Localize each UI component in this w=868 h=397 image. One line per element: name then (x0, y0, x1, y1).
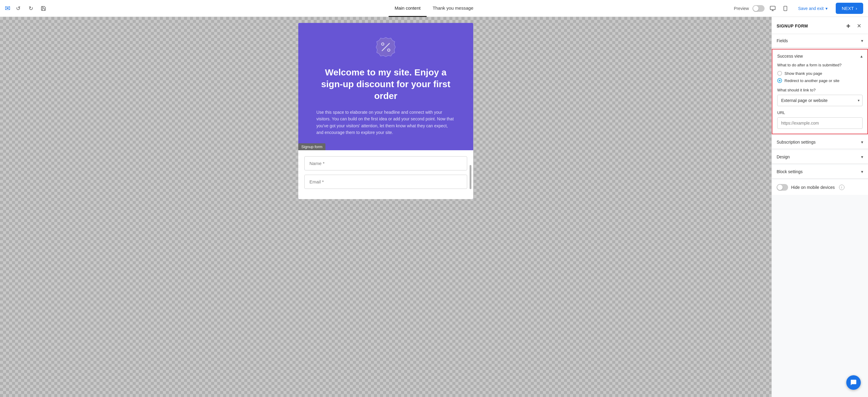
main-area: Welcome to my site. Enjoy a sign-up disc… (0, 17, 868, 397)
svg-rect-0 (770, 6, 775, 10)
redo-button[interactable]: ↻ (26, 4, 36, 13)
topbar-right: Preview Save and exit ▾ NEXT › (734, 3, 863, 14)
next-button[interactable]: NEXT › (836, 3, 863, 14)
signup-form-label: Signup form (298, 143, 326, 150)
subscription-settings-label: Subscription settings (777, 140, 815, 145)
canvas-inner: Welcome to my site. Enjoy a sign-up disc… (0, 17, 772, 397)
block-settings-header[interactable]: Block settings ▾ (772, 165, 868, 178)
success-view-body: What to do after a form is submitted? Sh… (772, 63, 867, 134)
canvas-area: Welcome to my site. Enjoy a sign-up disc… (0, 17, 772, 397)
email-field-wrapper (304, 175, 467, 189)
design-section: Design ▾ (772, 150, 868, 164)
success-view-chevron-icon: ▴ (861, 54, 863, 59)
design-label: Design (777, 154, 790, 159)
email-headline: Welcome to my site. Enjoy a sign-up disc… (316, 66, 455, 102)
chat-button[interactable] (846, 375, 861, 390)
preview-toggle[interactable] (752, 5, 765, 12)
tab-thankyou-message[interactable]: Thank you message (427, 0, 479, 17)
right-panel: SIGNUP FORM ✚ ✕ Fields ▾ Success view ▴ … (772, 17, 868, 397)
panel-close-button[interactable]: ✕ (855, 22, 863, 30)
email-block: Welcome to my site. Enjoy a sign-up disc… (298, 23, 473, 199)
name-field-wrapper (304, 156, 467, 171)
subscription-settings-section: Subscription settings ▾ (772, 135, 868, 149)
topbar-tabs: Main content Thank you message (389, 0, 479, 17)
link-type-select-wrapper: External page or website Internal page ▾ (777, 95, 863, 106)
mobile-toggle-knob (777, 185, 783, 190)
design-header[interactable]: Design ▾ (772, 150, 868, 163)
radio-redirect[interactable]: Redirect to another page or site (777, 78, 863, 83)
mobile-toggle[interactable] (777, 184, 788, 191)
radio-redirect-label: Redirect to another page or site (784, 79, 839, 83)
panel-header: SIGNUP FORM ✚ ✕ (772, 17, 868, 34)
success-view-label: Success view (777, 54, 803, 59)
email-input[interactable] (304, 175, 467, 189)
fields-label: Fields (777, 38, 788, 43)
fields-header[interactable]: Fields ▾ (772, 34, 868, 48)
desktop-device-button[interactable] (768, 4, 777, 13)
email-body-text: Use this space to elaborate on your head… (316, 109, 455, 136)
radio-group: Show thank you page Redirect to another … (777, 71, 863, 83)
fields-section: Fields ▾ (772, 34, 868, 48)
name-input[interactable] (304, 156, 467, 171)
panel-pin-button[interactable]: ✚ (844, 22, 852, 30)
next-arrow-icon: › (856, 6, 857, 11)
email-block-inner: Welcome to my site. Enjoy a sign-up disc… (298, 23, 473, 136)
success-view-header[interactable]: Success view ▴ (772, 50, 867, 63)
subscription-settings-header[interactable]: Subscription settings ▾ (772, 135, 868, 149)
fields-chevron-icon: ▾ (861, 38, 863, 43)
success-view-section: Success view ▴ What to do after a form i… (772, 49, 868, 134)
scrollbar-thumb (470, 165, 471, 189)
preview-label: Preview (734, 6, 749, 11)
link-type-select[interactable]: External page or website Internal page (777, 95, 863, 106)
info-icon[interactable]: i (839, 185, 844, 190)
panel-title: SIGNUP FORM (777, 24, 808, 28)
discount-badge-icon (374, 35, 398, 59)
hide-mobile-label: Hide on mobile devices (791, 185, 835, 190)
topbar: ✉ ↺ ↻ Main content Thank you message Pre… (0, 0, 868, 17)
save-local-button[interactable] (39, 4, 48, 13)
radio-redirect-circle (777, 78, 782, 83)
save-exit-chevron-icon: ▾ (826, 6, 828, 11)
link-to-label: What should it link to? (777, 88, 863, 92)
form-area (298, 150, 473, 199)
radio-thankyou-label: Show thank you page (784, 71, 822, 76)
mobile-device-button[interactable] (781, 4, 790, 13)
radio-thankyou[interactable]: Show thank you page (777, 71, 863, 76)
undo-button[interactable]: ↺ (13, 4, 23, 13)
panel-header-icons: ✚ ✕ (844, 22, 863, 30)
url-input[interactable] (777, 117, 863, 129)
topbar-left: ✉ ↺ ↻ (5, 4, 48, 13)
block-settings-chevron-icon: ▾ (861, 169, 863, 174)
success-view-question: What to do after a form is submitted? (777, 63, 863, 67)
subscription-settings-chevron-icon: ▾ (861, 140, 863, 145)
svg-rect-3 (784, 6, 787, 10)
logo-icon: ✉ (5, 4, 10, 12)
design-chevron-icon: ▾ (861, 154, 863, 159)
radio-thankyou-circle (777, 71, 782, 76)
block-settings-section: Block settings ▾ (772, 165, 868, 179)
url-label: URL (777, 111, 863, 115)
badge-icon-wrapper (316, 35, 455, 59)
mobile-toggle-area: Hide on mobile devices i (772, 180, 868, 195)
block-settings-label: Block settings (777, 169, 803, 174)
save-exit-button[interactable]: Save and exit ▾ (794, 3, 832, 13)
tab-main-content[interactable]: Main content (389, 0, 427, 17)
